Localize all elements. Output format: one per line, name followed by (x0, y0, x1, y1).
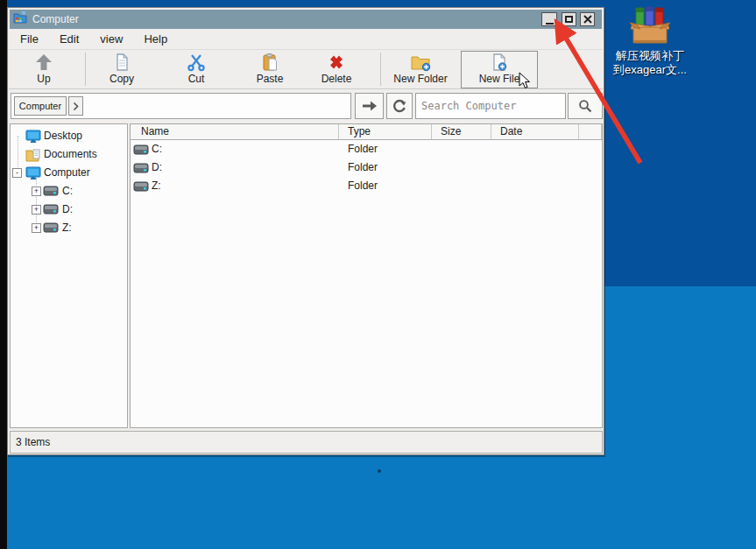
column-header-date[interactable]: Date (491, 124, 579, 139)
expand-expander[interactable]: + (32, 205, 41, 215)
refresh-button[interactable] (386, 93, 413, 119)
cell-type: Folder (339, 158, 432, 177)
tree-item-label: Documents (44, 145, 97, 164)
list-header: Name Type Size Date (131, 124, 602, 140)
file-manager-window: Computer File Edit view Help Up (7, 7, 604, 455)
drive-icon (133, 180, 149, 193)
column-header-type[interactable]: Type (339, 124, 432, 139)
new-folder-icon (409, 53, 432, 72)
go-arrow-icon (362, 101, 378, 111)
copy-label: Copy (110, 73, 134, 85)
maximize-button[interactable] (562, 12, 576, 26)
cell-size (432, 140, 491, 158)
copy-button[interactable]: Copy (94, 52, 150, 88)
cell-date (491, 177, 579, 195)
minimize-button[interactable] (541, 12, 557, 26)
menu-edit[interactable]: Edit (60, 32, 79, 46)
column-header-blank (579, 124, 602, 139)
cut-button[interactable]: Cut (168, 52, 224, 88)
shortcut-label-line1: 解压视频补丁 (609, 49, 691, 63)
shortcut-label-line2: 到exagear文... (609, 63, 691, 77)
screen-left-bezel (0, 0, 7, 549)
expand-expander[interactable]: + (32, 223, 41, 233)
list-row-drive-z[interactable]: Z: Folder (131, 177, 602, 195)
titlebar[interactable]: Computer (10, 10, 602, 29)
tree-item-label: C: (62, 182, 73, 201)
list-row-drive-d[interactable]: D: Folder (131, 158, 602, 177)
paste-clipboard-icon (259, 53, 280, 72)
expand-expander[interactable]: + (32, 187, 41, 196)
winrar-archive-icon (628, 5, 672, 46)
toolbar: Up Copy Cut (9, 49, 603, 89)
close-icon (583, 15, 592, 24)
cut-label: Cut (188, 73, 205, 85)
tree-item-drive-c[interactable]: + C: (11, 182, 127, 201)
collapse-expander[interactable]: - (12, 168, 22, 178)
breadcrumb-chevron[interactable] (68, 96, 83, 116)
cell-size (432, 177, 491, 195)
cut-scissors-icon (186, 53, 207, 72)
cell-size (432, 158, 491, 177)
list-row-drive-c[interactable]: C: Folder (131, 140, 602, 158)
up-arrow-icon (33, 53, 54, 72)
refresh-icon (392, 99, 406, 113)
column-header-size[interactable]: Size (432, 124, 491, 139)
new-folder-button[interactable]: New Folder (384, 52, 457, 88)
tree-item-label: D: (62, 201, 73, 219)
search-input[interactable] (415, 93, 566, 119)
new-file-icon (489, 53, 510, 72)
desktop-speck (378, 469, 381, 473)
paste-label: Paste (257, 73, 284, 85)
paste-button[interactable]: Paste (242, 52, 298, 88)
menu-help[interactable]: Help (144, 32, 167, 46)
chevron-right-icon (73, 102, 79, 110)
breadcrumb-bar[interactable]: Computer (11, 93, 351, 119)
file-list-panel: Name Type Size Date C: Folder (130, 123, 603, 428)
window-title: Computer (32, 13, 79, 25)
go-button[interactable] (355, 93, 384, 119)
drive-icon (133, 144, 149, 156)
toolbar-separator (380, 53, 381, 86)
tree-item-label: Desktop (44, 127, 82, 145)
cell-name: D: (152, 161, 162, 173)
drive-icon (43, 222, 59, 240)
search-button[interactable] (568, 93, 603, 119)
search-icon (578, 99, 592, 113)
drive-icon (133, 162, 149, 174)
tree-item-label: Z: (62, 219, 72, 237)
cell-type: Folder (339, 140, 432, 158)
toolbar-separator (85, 53, 86, 86)
breadcrumb-computer[interactable]: Computer (14, 96, 67, 116)
new-folder-label: New Folder (393, 73, 447, 85)
cell-date (491, 140, 579, 158)
menu-view[interactable]: view (100, 32, 123, 46)
tree-item-drive-d[interactable]: + D: (11, 201, 127, 219)
tree-item-desktop[interactable]: Desktop (11, 127, 127, 145)
tree-item-documents[interactable]: Documents (11, 145, 127, 164)
up-label: Up (37, 73, 50, 85)
copy-icon (111, 53, 132, 72)
delete-button[interactable]: Delete (308, 52, 364, 88)
new-file-button[interactable]: New File (461, 51, 538, 88)
app-icon (13, 11, 27, 28)
cell-name: C: (152, 143, 162, 155)
cell-date (491, 158, 579, 177)
menubar: File Edit view Help (9, 29, 603, 49)
up-button[interactable]: Up (16, 52, 72, 88)
maximize-icon (565, 16, 573, 23)
status-item-count: 3 Items (16, 436, 50, 448)
new-file-label: New File (479, 73, 520, 85)
desktop-shortcut-archive[interactable]: 解压视频补丁 到exagear文... (609, 5, 691, 77)
column-header-name[interactable]: Name (131, 124, 339, 139)
cell-name: Z: (152, 179, 161, 192)
tree-item-drive-z[interactable]: + Z: (11, 219, 127, 237)
delete-x-icon (326, 53, 347, 72)
folder-tree-panel: Desktop Documents - (10, 123, 128, 428)
tree-item-computer[interactable]: - Computer (11, 164, 127, 182)
tree-item-label: Computer (44, 164, 90, 182)
delete-label: Delete (321, 73, 352, 85)
address-row: Computer (9, 90, 603, 123)
minimize-icon (546, 23, 554, 25)
close-button[interactable] (580, 12, 595, 26)
menu-file[interactable]: File (20, 32, 39, 46)
